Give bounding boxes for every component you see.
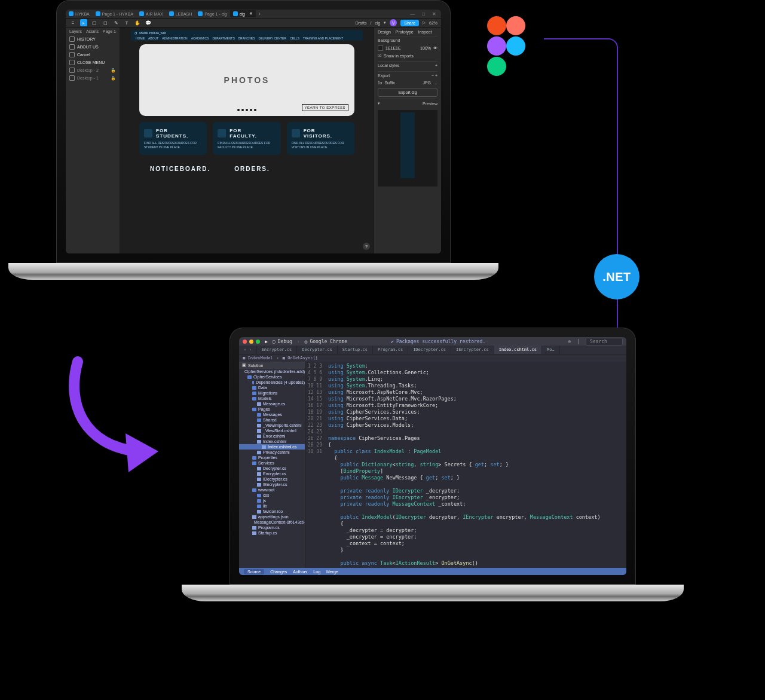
- canvas[interactable]: ◔shefali institute_web HOMEABOUTADMINIST…: [120, 27, 374, 253]
- design-tab[interactable]: Design: [378, 30, 391, 34]
- share-button[interactable]: Share: [400, 20, 419, 26]
- tree-file[interactable]: Program.cs: [239, 525, 305, 530]
- editor-tab[interactable]: IDecrypter.cs: [408, 346, 451, 354]
- code-area[interactable]: using System; using System.Collections.G…: [326, 362, 626, 568]
- tree-folder[interactable]: Messages: [239, 412, 305, 417]
- tree-file[interactable]: IEncrypter.cs: [239, 482, 305, 487]
- present-button[interactable]: ▷: [423, 20, 426, 25]
- changes-tab[interactable]: Changes: [270, 570, 287, 574]
- tree-file[interactable]: Decrypter.cs: [239, 466, 305, 471]
- checkbox[interactable]: ☑: [378, 53, 381, 58]
- minus-icon[interactable]: −: [432, 74, 434, 78]
- doc-tab[interactable]: AIR MAX: [136, 10, 166, 17]
- add-icon[interactable]: +: [435, 63, 437, 68]
- page-selector[interactable]: Page 1: [103, 29, 116, 33]
- doc-tab[interactable]: Page 1 - clg: [195, 10, 230, 17]
- tree-folder[interactable]: Migrations: [239, 390, 305, 396]
- search-input[interactable]: Search: [586, 338, 623, 346]
- tree-folder[interactable]: Properties: [239, 455, 305, 460]
- notifications-icon[interactable]: ⊕: [568, 339, 571, 344]
- add-icon[interactable]: +: [435, 74, 437, 78]
- breadcrumb[interactable]: Drafts: [356, 21, 367, 25]
- crumb[interactable]: ▣ OnGetAsync(): [283, 356, 318, 360]
- tree-file[interactable]: Index.cshtml.cs: [239, 444, 305, 450]
- hand-tool[interactable]: ✋: [134, 19, 141, 26]
- minimize-icon[interactable]: [249, 340, 253, 344]
- tree-file[interactable]: Encrypter.cs: [239, 471, 305, 476]
- browser-target[interactable]: ◎ Google Chrome: [305, 339, 347, 344]
- tree-file[interactable]: Error.cshtml: [239, 433, 305, 439]
- format-select[interactable]: JPG: [423, 81, 431, 85]
- main-menu-button[interactable]: ≡: [69, 19, 76, 26]
- layer-item[interactable]: HISTORY: [66, 35, 120, 43]
- comment-tool[interactable]: 💬: [145, 19, 152, 26]
- tree-folder[interactable]: Pages: [239, 406, 305, 412]
- tree-folder[interactable]: Data: [239, 385, 305, 390]
- doc-tab[interactable]: LEBASH: [166, 10, 195, 17]
- tree-file[interactable]: Index.cshtml: [239, 439, 305, 444]
- code-editor[interactable]: 1 2 3 4 5 6 7 8 9 10 11 12 13 14 15 16 1…: [305, 362, 626, 568]
- text-tool[interactable]: T: [123, 19, 130, 26]
- frame-tool[interactable]: ▢: [91, 19, 98, 26]
- visibility-icon[interactable]: 👁: [433, 46, 437, 50]
- assets-tab[interactable]: Assets: [86, 29, 99, 33]
- help-button[interactable]: ?: [363, 243, 370, 250]
- doc-tab-active[interactable]: clg✕: [230, 10, 256, 17]
- tree-file[interactable]: _ViewStart.cshtml: [239, 428, 305, 433]
- tree-file[interactable]: _ViewImports.cshtml: [239, 423, 305, 428]
- close-icon[interactable]: ✕: [249, 11, 253, 16]
- log-tab[interactable]: Log: [313, 570, 320, 574]
- layers-tab[interactable]: Layers: [69, 29, 82, 33]
- layer-item[interactable]: ABOUT US: [66, 43, 120, 51]
- inspect-tab[interactable]: Inspect: [418, 30, 432, 34]
- chevron-down-icon[interactable]: ▾: [384, 20, 386, 25]
- scale-input[interactable]: 1x: [378, 81, 382, 85]
- avatar[interactable]: V: [390, 19, 397, 26]
- tree-folder[interactable]: CipherServices: [239, 374, 305, 380]
- authors-tab[interactable]: Authors: [293, 570, 307, 574]
- shape-tool[interactable]: ◻: [102, 19, 109, 26]
- maximize-button[interactable]: □: [422, 11, 425, 17]
- close-button[interactable]: ✕: [432, 11, 436, 17]
- layer-item[interactable]: Desktop - 2🔒: [66, 66, 120, 74]
- layer-item[interactable]: Desktop - 1🔒: [66, 74, 120, 82]
- tree-folder[interactable]: css: [239, 493, 305, 498]
- export-button[interactable]: Export clg: [378, 88, 437, 97]
- prototype-tab[interactable]: Prototype: [396, 30, 414, 34]
- project-node[interactable]: CipherServices (nduckwiler-add): [239, 369, 305, 374]
- tree-file[interactable]: Privacy.cshtml: [239, 450, 305, 455]
- editor-tab[interactable]: Index.cshtml.cs: [494, 346, 542, 354]
- history-nav[interactable]: ‹ ›: [239, 346, 257, 354]
- editor-tab[interactable]: IEncrypter.cs: [451, 346, 494, 354]
- editor-tab[interactable]: Encrypter.cs: [257, 346, 298, 354]
- editor-tab[interactable]: Mo…: [542, 346, 560, 354]
- tree-file[interactable]: appsettings.json: [239, 514, 305, 519]
- tree-file[interactable]: favicon.ico: [239, 509, 305, 514]
- zoom-level[interactable]: 62%: [429, 21, 437, 25]
- lock-icon[interactable]: 🔒: [111, 68, 116, 73]
- layer-item[interactable]: Cancel: [66, 51, 120, 59]
- pen-tool[interactable]: ✎: [112, 19, 120, 26]
- hex-value[interactable]: 1E1E1E: [385, 46, 401, 50]
- tree-folder[interactable]: Shared: [239, 417, 305, 423]
- close-icon[interactable]: [243, 340, 247, 344]
- editor-tab[interactable]: Startup.cs: [338, 346, 373, 354]
- minimize-button[interactable]: —: [410, 11, 415, 17]
- tree-file[interactable]: Startup.cs: [239, 530, 305, 536]
- source-tab[interactable]: Source: [244, 569, 264, 574]
- tree-file[interactable]: Message.cs: [239, 401, 305, 406]
- tree-folder[interactable]: Dependencies (4 updates): [239, 380, 305, 385]
- new-tab-button[interactable]: +: [256, 11, 264, 17]
- run-button[interactable]: ▶: [265, 339, 268, 344]
- crumb[interactable]: ▣ IndexModel: [243, 356, 273, 360]
- tree-folder[interactable]: Models: [239, 396, 305, 401]
- tree-file[interactable]: MessageContext-0f6143c6-938d-…: [239, 519, 305, 525]
- doc-tab[interactable]: Page 1 - HYKBA: [93, 10, 136, 17]
- breadcrumb[interactable]: clg: [375, 21, 380, 25]
- lock-icon[interactable]: 🔒: [111, 76, 116, 81]
- tree-folder[interactable]: wwwroot: [239, 487, 305, 493]
- tree-file[interactable]: IDecrypter.cs: [239, 476, 305, 482]
- run-config[interactable]: ▢ Debug: [273, 339, 292, 344]
- tree-folder[interactable]: lib: [239, 503, 305, 509]
- editor-tab[interactable]: Program.cs: [373, 346, 408, 354]
